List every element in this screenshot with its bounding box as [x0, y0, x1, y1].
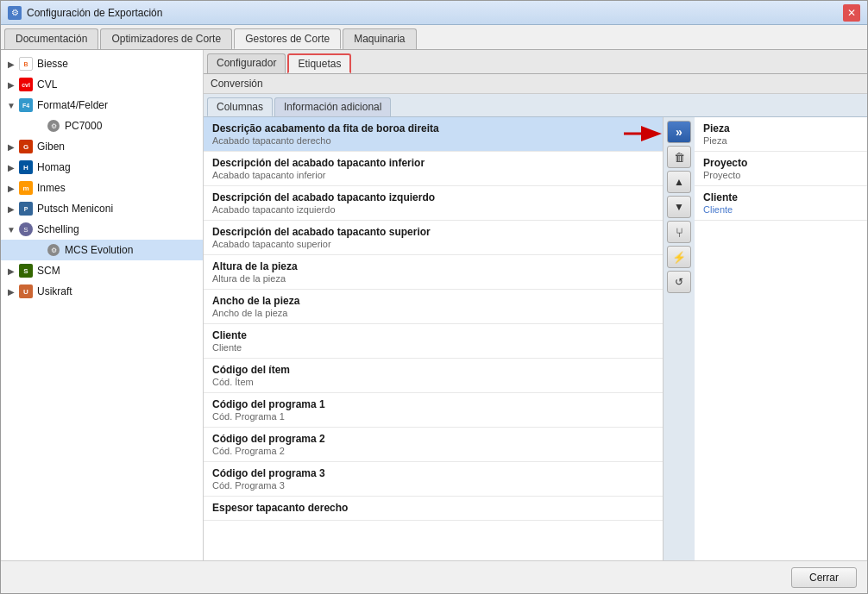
sidebar-item-cvl[interactable]: ▶ cvl CVL: [1, 74, 203, 95]
list-item-title: Descripción del acabado tapacanto inferi…: [212, 157, 654, 169]
expander-pc7000: [32, 119, 46, 133]
list-item[interactable]: Ancho de la pieza Ancho de la pieza: [204, 290, 663, 324]
right-list-title: Cliente: [703, 191, 859, 203]
app-icon: ⚙: [8, 6, 22, 20]
tab-columnas[interactable]: Columnas: [207, 97, 273, 116]
sidebar-label-schelling: Schelling: [37, 223, 79, 235]
tab-etiquetas[interactable]: Etiquetas: [287, 53, 351, 73]
close-button[interactable]: Cerrar: [791, 567, 857, 588]
sidebar-label-pc7000: PC7000: [65, 120, 102, 132]
right-list-title: Proyecto: [703, 157, 859, 169]
tab-optimizadores[interactable]: Optimizadores de Corte: [100, 28, 232, 49]
right-list: Pieza Pieza Proyecto Proyecto Cliente Cl…: [695, 117, 867, 560]
right-panel: Configurador Etiquetas Conversión Column…: [204, 50, 867, 560]
sidebar-label-biesse: Biesse: [37, 58, 68, 70]
right-list-title: Pieza: [703, 122, 859, 134]
list-item[interactable]: Código del programa 2 Cód. Programa 2: [204, 428, 663, 462]
list-item-title: Código del programa 3: [212, 467, 654, 479]
tab-gestores[interactable]: Gestores de Corte: [234, 28, 341, 49]
window-title: Configuración de Exportación: [27, 7, 843, 19]
list-item-title: Ancho de la pieza: [212, 295, 654, 307]
sidebar-item-putsch[interactable]: ▶ P Putsch Meniconi: [1, 198, 203, 219]
delete-button[interactable]: 🗑: [667, 146, 691, 168]
reset-button[interactable]: ↺: [667, 271, 691, 293]
split-button[interactable]: ⑂: [667, 221, 691, 243]
sidebar-label-putsch: Putsch Meniconi: [37, 203, 113, 215]
sidebar-item-scm[interactable]: ▶ S SCM: [1, 260, 203, 281]
list-item-title: Descripción del acabado tapacanto izquie…: [212, 191, 654, 203]
sidebar-item-format4[interactable]: ▼ F4 Format4/Felder: [1, 95, 203, 116]
expander-inmes: ▶: [4, 181, 18, 195]
format4-icon: F4: [18, 97, 34, 113]
usikraft-icon: U: [18, 284, 34, 299]
scm-icon: S: [18, 263, 34, 278]
columns-tabs: Columnas Información adicional: [204, 94, 867, 117]
sidebar-item-mcs[interactable]: ⚙ MCS Evolution: [1, 240, 203, 260]
list-item-title: Descripción del acabado tapacanto superi…: [212, 226, 654, 238]
add-button[interactable]: »: [667, 121, 691, 143]
list-item-subtitle: Acabado tapacanto izquierdo: [212, 204, 654, 215]
expander-homag: ▶: [4, 160, 18, 174]
list-item[interactable]: Código del programa 1 Cód. Programa 1: [204, 393, 663, 428]
list-item[interactable]: Código del ítem Cód. Ítem: [204, 359, 663, 393]
list-item-subtitle: Cód. Programa 3: [212, 480, 654, 491]
sidebar-item-homag[interactable]: ▶ H Homag: [1, 157, 203, 178]
list-item-subtitle: Altura de la pieza: [212, 273, 654, 284]
right-list-item[interactable]: Cliente Cliente: [695, 186, 867, 221]
right-list-item[interactable]: Proyecto Proyecto: [695, 152, 867, 186]
expander-format4: ▼: [4, 98, 18, 112]
tab-documentacion[interactable]: Documentación: [4, 28, 98, 49]
red-arrow: [622, 124, 665, 143]
sidebar-item-pc7000[interactable]: ⚙ PC7000: [1, 116, 203, 136]
right-list-item[interactable]: Pieza Pieza: [695, 117, 867, 152]
list-item[interactable]: Espesor tapacanto derecho: [204, 497, 663, 521]
list-item-subtitle: Cliente: [212, 342, 654, 353]
biesse-icon: B: [18, 56, 34, 72]
list-item-subtitle: Acabado tapacanto inferior: [212, 170, 654, 180]
putsch-icon: P: [18, 201, 34, 216]
tab-configurador[interactable]: Configurador: [207, 53, 286, 73]
list-item-title: Espesor tapacanto derecho: [212, 502, 654, 514]
sidebar-label-scm: SCM: [37, 265, 60, 277]
content-area: ▶ B Biesse ▶ cvl CVL ▼ F4 Format4/Felder: [1, 50, 867, 560]
sidebar-label-format4: Format4/Felder: [37, 99, 108, 111]
tab-info-adicional[interactable]: Información adicional: [274, 97, 391, 116]
sidebar-label-inmes: Inmes: [37, 182, 66, 194]
right-list-subtitle: Cliente: [703, 204, 859, 215]
bottom-bar: Cerrar: [1, 560, 867, 593]
conversion-label: Conversión: [211, 78, 263, 90]
columns-content: Descrição acabamento da fita de boroa di…: [204, 117, 867, 560]
list-item-title: Altura de la pieza: [212, 260, 654, 272]
list-item[interactable]: Descripción del acabado tapacanto izquie…: [204, 186, 663, 221]
middle-buttons: » 🗑 ▲ ▼ ⑂ ⚡ ↺: [664, 117, 695, 560]
list-item[interactable]: Descripción del acabado tapacanto superi…: [204, 221, 663, 255]
list-item[interactable]: Descrição acabamento da fita de boroa di…: [204, 117, 663, 152]
expander-mcs: [32, 243, 46, 257]
list-item[interactable]: Código del programa 3 Cód. Programa 3: [204, 462, 663, 497]
sidebar: ▶ B Biesse ▶ cvl CVL ▼ F4 Format4/Felder: [1, 50, 204, 560]
sidebar-item-giben[interactable]: ▶ G Giben: [1, 136, 203, 157]
list-item-subtitle: Acabado tapacanto derecho: [212, 135, 654, 146]
expander-cvl: ▶: [4, 78, 18, 91]
cvl-icon: cvl: [18, 77, 34, 92]
sidebar-item-inmes[interactable]: ▶ m Inmes: [1, 178, 203, 198]
move-up-button[interactable]: ▲: [667, 171, 691, 193]
sidebar-label-mcs: MCS Evolution: [65, 244, 133, 256]
list-item[interactable]: Altura de la pieza Altura de la pieza: [204, 255, 663, 290]
list-item-title: Código del ítem: [212, 364, 654, 376]
right-list-subtitle: Proyecto: [703, 170, 859, 180]
list-item-title: Descrição acabamento da fita de boroa di…: [212, 122, 654, 134]
sidebar-item-schelling[interactable]: ▼ S Schelling: [1, 219, 203, 240]
list-item[interactable]: Descripción del acabado tapacanto inferi…: [204, 152, 663, 186]
expander-scm: ▶: [4, 264, 18, 278]
conversion-bar: Conversión: [204, 74, 867, 94]
move-down-button[interactable]: ▼: [667, 196, 691, 218]
list-item-subtitle: Cód. Ítem: [212, 377, 654, 387]
list-item-title: Código del programa 1: [212, 398, 654, 410]
close-window-button[interactable]: ✕: [843, 4, 860, 22]
sidebar-item-usikraft[interactable]: ▶ U Usikraft: [1, 281, 203, 302]
tab-maquinaria[interactable]: Maquinaria: [343, 28, 416, 49]
list-item[interactable]: Cliente Cliente: [204, 324, 663, 359]
sidebar-item-biesse[interactable]: ▶ B Biesse: [1, 53, 203, 74]
action-button[interactable]: ⚡: [667, 246, 691, 268]
